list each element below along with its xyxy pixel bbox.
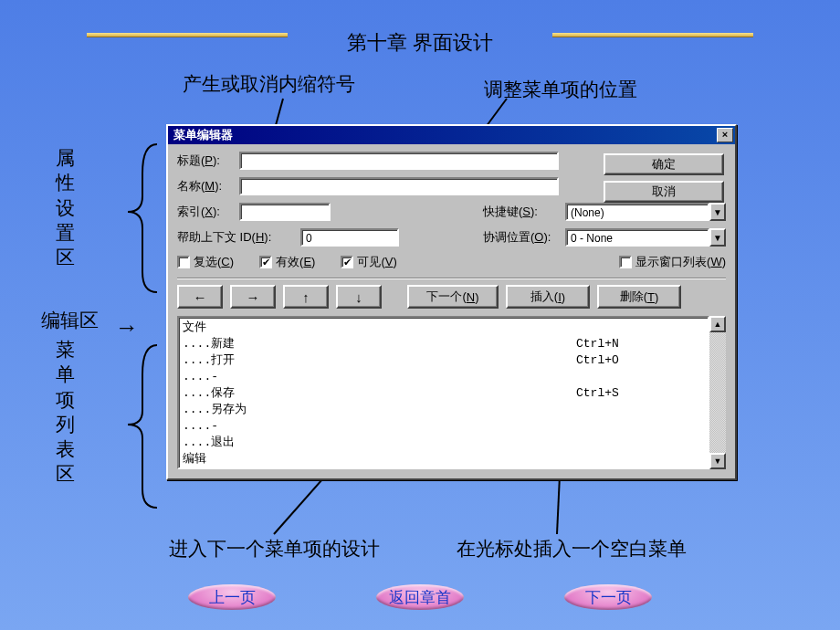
outdent-button[interactable]: ← xyxy=(177,285,223,309)
insert-button[interactable]: 插入(I) xyxy=(506,285,590,309)
prev-slide-button[interactable]: 上一页 xyxy=(188,584,276,610)
index-label: 索引(X): xyxy=(177,204,239,220)
titlebar-text: 菜单编辑器 xyxy=(173,127,717,143)
list-item-shortcut xyxy=(576,402,704,418)
list-item-text: ....保存 xyxy=(183,385,576,402)
list-item-text: ....退出 xyxy=(183,435,576,451)
annotation-next: 进入下一个菜单项的设计 xyxy=(169,536,380,562)
list-item[interactable]: ....新建Ctrl+N xyxy=(183,336,704,352)
scrollbar[interactable]: ▲ ▼ xyxy=(709,316,726,469)
list-item[interactable]: ....- xyxy=(183,369,704,385)
annotation-insert: 在光标处插入一个空白菜单 xyxy=(457,536,687,562)
checkbox-icon: ✔ xyxy=(341,256,353,268)
list-item-shortcut xyxy=(576,435,704,451)
list-item-text: ....- xyxy=(183,418,576,435)
list-item-text: ....另存为 xyxy=(183,402,576,418)
list-item-text: 编辑 xyxy=(183,451,576,467)
visible-checkbox[interactable]: ✔ 可见(V) xyxy=(341,254,396,270)
list-item[interactable]: 文件 xyxy=(183,320,704,336)
annotation-indent: 产生或取消内缩符号 xyxy=(183,71,355,97)
menu-listbox[interactable]: 文件....新建Ctrl+N....打开Ctrl+O....-....保存Ctr… xyxy=(177,316,709,469)
region-label-edit: 编辑区 xyxy=(41,308,99,333)
move-up-button[interactable]: ↑ xyxy=(283,285,329,309)
list-item-shortcut: Ctrl+S xyxy=(576,385,704,402)
helpctx-input[interactable]: 0 xyxy=(300,228,399,247)
enabled-checkbox[interactable]: ✔ 有效(E) xyxy=(259,254,315,270)
arrow-up-icon: ↑ xyxy=(302,289,310,305)
list-item-shortcut: Ctrl+C xyxy=(576,467,704,469)
scroll-down-icon[interactable]: ▼ xyxy=(709,453,726,469)
divider xyxy=(177,278,726,279)
titlebar[interactable]: 菜单编辑器 × xyxy=(168,126,735,144)
cancel-button[interactable]: 取消 xyxy=(604,181,724,203)
menu-editor-dialog: 菜单编辑器 × 确定 取消 标题(P): 名称(M): 索引(X): 快捷键(S… xyxy=(166,124,737,480)
close-icon[interactable]: × xyxy=(717,128,733,142)
edit-area-arrow-icon: → xyxy=(115,314,139,341)
list-item[interactable]: ....保存Ctrl+S xyxy=(183,385,704,402)
list-item[interactable]: ....退出 xyxy=(183,435,704,451)
delete-button[interactable]: 删除(T) xyxy=(597,285,681,309)
list-item-shortcut xyxy=(576,451,704,467)
checkbox-icon xyxy=(177,256,190,268)
caption-label: 标题(P): xyxy=(177,152,239,169)
list-item[interactable]: ....打开Ctrl+O xyxy=(183,352,704,369)
list-item-text: ....打开 xyxy=(183,352,576,369)
scroll-up-icon[interactable]: ▲ xyxy=(709,316,726,332)
negotiate-label: 协调位置(O): xyxy=(483,229,565,246)
list-item-shortcut xyxy=(576,369,704,385)
scroll-track[interactable] xyxy=(709,332,726,453)
list-item-text: ....新建 xyxy=(183,336,576,352)
checked-checkbox[interactable]: 复选(C) xyxy=(177,254,234,270)
windowlist-label: 显示窗口列表(W) xyxy=(635,254,726,270)
move-down-button[interactable]: ↓ xyxy=(336,285,382,309)
checkbox-icon: ✔ xyxy=(259,256,272,268)
slide-nav: 上一页 返回章首 下一页 xyxy=(0,584,840,610)
ok-button[interactable]: 确定 xyxy=(604,153,724,175)
list-item[interactable]: ....另存为 xyxy=(183,402,704,418)
list-item[interactable]: ....复制Ctrl+C xyxy=(183,467,704,469)
list-item-shortcut: Ctrl+N xyxy=(576,336,704,352)
windowlist-checkbox[interactable]: 显示窗口列表(W) xyxy=(619,254,726,270)
enabled-label: 有效(E) xyxy=(276,254,315,270)
slide-title: 第十章 界面设计 xyxy=(0,29,840,57)
helpctx-label: 帮助上下文 ID(H): xyxy=(177,229,300,246)
edit-toolbar: ← → ↑ ↓ 下一个(N) 插入(I) 删除(T) xyxy=(177,285,726,309)
next-slide-button[interactable]: 下一页 xyxy=(564,584,652,610)
checked-label: 复选(C) xyxy=(194,254,234,270)
arrow-down-icon: ↓ xyxy=(355,289,362,305)
list-item-shortcut xyxy=(576,320,704,336)
visible-label: 可见(V) xyxy=(357,254,396,270)
name-input[interactable] xyxy=(239,177,559,195)
list-item-text: ....复制 xyxy=(183,467,576,469)
list-item-text: 文件 xyxy=(183,320,576,336)
annotation-position: 调整菜单项的位置 xyxy=(484,77,637,102)
name-label: 名称(M): xyxy=(177,178,239,194)
list-item[interactable]: 编辑 xyxy=(183,451,704,467)
checkbox-icon xyxy=(619,256,632,268)
chevron-down-icon[interactable]: ▼ xyxy=(709,228,726,247)
list-item[interactable]: ....- xyxy=(183,418,704,435)
arrow-right-icon: → xyxy=(247,289,260,305)
negotiate-value: 0 - None xyxy=(565,228,709,247)
shortcut-label: 快捷键(S): xyxy=(483,204,565,220)
list-item-shortcut: Ctrl+O xyxy=(576,352,704,369)
next-button[interactable]: 下一个(N) xyxy=(407,285,499,309)
caption-input[interactable] xyxy=(239,152,559,170)
negotiate-combo[interactable]: 0 - None ▼ xyxy=(565,228,726,247)
region-label-list: 菜单项列表区 xyxy=(55,338,75,488)
list-item-shortcut xyxy=(576,418,704,435)
region-label-properties: 属性设置区 xyxy=(55,146,75,270)
list-item-text: ....- xyxy=(183,369,576,385)
arrow-left-icon: ← xyxy=(194,289,207,305)
index-input[interactable] xyxy=(239,203,331,221)
home-slide-button[interactable]: 返回章首 xyxy=(376,584,464,610)
indent-button[interactable]: → xyxy=(230,285,276,309)
